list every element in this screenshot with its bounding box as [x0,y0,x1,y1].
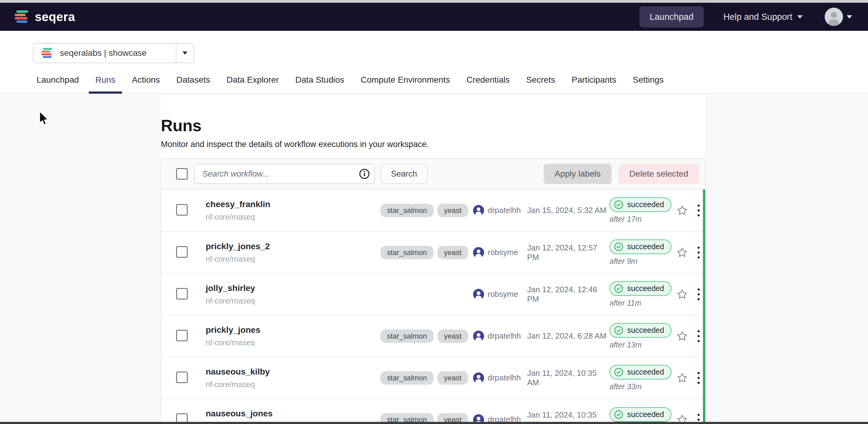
run-name-link[interactable]: prickly_jones [206,325,380,335]
run-name-link[interactable]: nauseous_kilby [206,367,380,377]
run-labels: star_salmonyeast [380,246,473,259]
row-checkbox[interactable] [176,371,188,383]
run-user-name: drpatelhh [488,205,521,215]
run-label-pill[interactable]: star_salmon [380,204,434,217]
star-outline-icon [676,247,688,259]
run-label-pill[interactable]: yeast [437,329,468,343]
status-label: succeeded [627,326,664,335]
run-name-link[interactable]: nauseous_jones [206,409,380,419]
kebab-menu-icon [697,246,700,259]
favorite-star-button[interactable] [673,330,691,342]
workspace-tabs: LaunchpadRunsActionsDatasetsData Explore… [33,75,868,93]
tab-secrets[interactable]: Secrets [526,75,555,93]
star-outline-icon [676,288,688,300]
run-row[interactable]: prickly_jones nf-core/rnaseq star_salmon… [161,315,705,357]
help-and-support-label: Help and Support [723,12,792,22]
workspace-dropdown-toggle[interactable] [176,44,193,63]
tab-launchpad[interactable]: Launchpad [37,75,79,93]
row-checkbox[interactable] [176,413,188,422]
status-label: succeeded [627,367,664,377]
check-circle-icon [614,200,623,209]
row-checkbox[interactable] [176,204,188,216]
run-name-link[interactable]: jolly_shirley [206,283,380,293]
run-row[interactable]: prickly_jones_2 nf-core/rnaseq star_salm… [161,231,705,273]
tab-data-studios[interactable]: Data Studios [295,75,344,93]
star-outline-icon [676,204,688,217]
tab-compute-environments[interactable]: Compute Environments [361,75,450,93]
run-row[interactable]: nauseous_kilby nf-core/rnaseq star_salmo… [161,357,705,398]
select-all-checkbox[interactable] [176,168,188,180]
run-date: Jan 15, 2024, 5:32 AM [527,205,610,215]
run-user-cell: robsyme [473,289,527,300]
run-duration: after 11m [610,299,641,307]
tab-participants[interactable]: Participants [572,75,616,93]
run-label-pill[interactable]: star_salmon [380,413,434,422]
person-circle-icon [473,331,484,341]
run-status-cell: succeeded [610,407,673,422]
run-status-cell: succeeded after 33m [610,365,673,391]
run-name-cell: nauseous_jones nf-core/rnaseq [206,409,380,422]
run-label-pill[interactable]: yeast [437,246,468,259]
tab-data-explorer[interactable]: Data Explorer [226,75,279,93]
launchpad-button[interactable]: Launchpad [640,6,704,28]
run-status-cell: succeeded after 17m [610,197,673,224]
search-info-button[interactable] [355,168,374,180]
run-label-pill[interactable]: yeast [437,204,468,217]
run-labels: star_salmonyeast [380,204,473,217]
run-label-pill[interactable]: yeast [437,371,468,385]
run-date: Jan 12, 2024, 6:28 AM [527,331,610,341]
search-button[interactable]: Search [380,164,428,184]
runs-table-card: Search Apply labels Delete selected chee… [161,158,705,422]
runs-toolbar: Search Apply labels Delete selected [161,159,705,189]
row-checkbox[interactable] [176,246,188,258]
person-circle-icon [473,247,484,258]
apply-labels-button[interactable]: Apply labels [544,164,612,184]
tab-runs[interactable]: Runs [96,75,115,93]
status-label: succeeded [627,242,664,251]
chevron-down-icon [183,52,187,55]
help-and-support-menu[interactable]: Help and Support [723,12,803,22]
run-label-pill[interactable]: star_salmon [380,246,434,259]
run-user-name: robsyme [488,290,518,299]
favorite-star-button[interactable] [673,288,691,300]
run-date: Jan 12, 2024, 12:57 PM [527,243,610,262]
delete-selected-button[interactable]: Delete selected [618,164,699,184]
brand[interactable]: seqera [14,10,75,24]
tab-datasets[interactable]: Datasets [177,75,210,93]
workspace-header: seqeralabs | showcase LaunchpadRunsActio… [0,31,868,94]
run-user-cell: robsyme [473,247,527,258]
user-menu[interactable] [825,8,852,26]
status-badge: succeeded [610,281,672,296]
run-name-link[interactable]: cheesy_franklin [206,199,380,209]
row-checkbox[interactable] [176,330,188,341]
favorite-star-button[interactable] [673,247,691,259]
search-input[interactable] [195,164,355,183]
tab-actions[interactable]: Actions [132,75,160,93]
run-name-cell: nauseous_kilby nf-core/rnaseq [206,367,380,389]
status-badge: succeeded [610,365,672,380]
favorite-star-button[interactable] [673,204,691,217]
run-row[interactable]: jolly_shirley nf-core/rnaseq robsyme Jan… [161,273,705,315]
person-circle-icon [473,414,484,422]
tab-credentials[interactable]: Credentials [466,75,510,93]
run-name-cell: cheesy_franklin nf-core/rnaseq [206,199,380,222]
person-circle-icon [473,289,484,300]
favorite-star-button[interactable] [673,372,691,384]
run-name-cell: prickly_jones nf-core/rnaseq [206,325,380,347]
run-row[interactable]: nauseous_jones nf-core/rnaseq star_salmo… [161,398,705,422]
star-outline-icon [676,330,688,342]
run-label-pill[interactable]: star_salmon [380,371,434,385]
page-subtitle: Monitor and inspect the details of workf… [161,139,705,149]
run-label-pill[interactable]: star_salmon [380,329,434,343]
run-label-pill[interactable]: yeast [437,413,468,422]
runs-list: cheesy_franklin nf-core/rnaseq star_salm… [161,189,705,422]
run-name-link[interactable]: prickly_jones_2 [206,241,380,251]
status-label: succeeded [627,410,664,419]
run-row[interactable]: cheesy_franklin nf-core/rnaseq star_salm… [161,189,705,231]
row-checkbox[interactable] [176,288,188,299]
status-label: succeeded [627,200,664,209]
favorite-star-button[interactable] [673,414,691,422]
tab-settings[interactable]: Settings [633,75,663,93]
workspace-name: seqeralabs | showcase [60,48,147,58]
workspace-selector[interactable]: seqeralabs | showcase [33,43,194,63]
